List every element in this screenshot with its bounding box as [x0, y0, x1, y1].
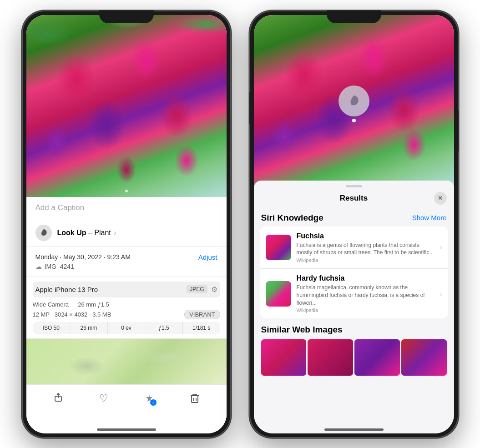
photo-date: Monday · May 30, 2022 · 9:23 AM	[35, 253, 131, 261]
similar-images-title: Similar Web Images	[261, 325, 447, 335]
flower-overlay-left	[26, 15, 227, 197]
trash-icon	[189, 393, 200, 404]
delete-button[interactable]	[187, 390, 203, 407]
card-name-hardy: Hardy fuchsia	[297, 274, 435, 282]
heart-icon: ♡	[99, 393, 108, 404]
leaf-siri-icon	[347, 94, 361, 108]
close-button[interactable]: ✕	[434, 192, 447, 205]
left-phone-screen: Add a Caption Look Up – Plant ›	[26, 15, 227, 433]
info-button[interactable]: i	[141, 390, 157, 407]
lookup-label: Look Up – Plant ›	[57, 229, 116, 237]
camera-exif: ISO 50 26 mm 0 ev ƒ1.5 1/181 s	[33, 322, 220, 334]
meta-filename-row: ☁ IMG_4241	[35, 263, 217, 270]
camera-spec-row2: 12 MP · 3024 × 4032 · 3.5 MB VIBRANT	[33, 310, 220, 319]
left-screen-content: Add a Caption Look Up – Plant ›	[26, 15, 227, 433]
similar-img-3[interactable]	[354, 339, 400, 376]
siri-visual-lookup-orb[interactable]	[339, 86, 369, 116]
card-chevron-fuchsia: ›	[440, 243, 442, 252]
flower-photo-left[interactable]	[26, 15, 227, 197]
lookup-icon	[35, 225, 52, 241]
share-svg	[53, 392, 64, 403]
siri-dot	[352, 119, 356, 122]
similar-images-row	[261, 339, 447, 376]
results-header: Results ✕	[254, 190, 454, 209]
cloud-icon: ☁	[35, 263, 42, 270]
flower-photo-right[interactable]	[254, 15, 454, 188]
leaf-icon	[39, 228, 48, 237]
right-screen-content: Results ✕ Siri Knowledge Show More	[254, 15, 454, 433]
share-button[interactable]	[50, 390, 66, 407]
exif-mm: 26 mm	[70, 322, 108, 334]
camera-name: Apple iPhone 13 Pro	[35, 286, 98, 293]
card-info-fuchsia: Fuchsia Fuchsia is a genus of flowering …	[297, 232, 435, 263]
meta-date-row: Monday · May 30, 2022 · 9:23 AM Adjust	[35, 253, 217, 261]
exif-iso: ISO 50	[33, 322, 71, 334]
home-bar-right	[324, 428, 384, 431]
card-thumb-fuchsia	[266, 235, 291, 260]
exif-ev: 0 ev	[108, 322, 146, 334]
card-desc-hardy: Fuchsia magellanica, commonly known as t…	[297, 284, 435, 307]
photo-info-panel: Add a Caption Look Up – Plant ›	[26, 197, 227, 433]
share-icon	[53, 392, 64, 405]
card-info-hardy: Hardy fuchsia Fuchsia magellanica, commo…	[297, 274, 435, 313]
results-panel: Results ✕ Siri Knowledge Show More	[254, 181, 454, 433]
right-phone: Results ✕ Siri Knowledge Show More	[249, 10, 459, 438]
svg-rect-2	[192, 396, 198, 403]
exif-shutter: 1/181 s	[183, 322, 220, 334]
bottom-toolbar: ♡ i	[26, 384, 227, 410]
similar-img-1[interactable]	[261, 339, 307, 376]
card-chevron-hardy: ›	[440, 290, 442, 298]
settings-icon: ⚙	[211, 285, 217, 294]
camera-section: Apple iPhone 13 Pro JPEG ⚙ Wide Camera —…	[26, 277, 227, 339]
vibrant-badge: VIBRANT	[184, 310, 220, 319]
meta-section: Monday · May 30, 2022 · 9:23 AM Adjust ☁…	[26, 247, 227, 277]
map-overlay	[26, 339, 227, 384]
info-badge: i	[150, 399, 157, 406]
drag-handle[interactable]	[346, 185, 362, 187]
filename: IMG_4241	[45, 263, 74, 270]
results-content: Siri Knowledge Show More Fuchsia Fuchsia…	[254, 209, 454, 433]
card-thumb-hardy	[266, 281, 291, 307]
right-phone-screen: Results ✕ Siri Knowledge Show More	[254, 15, 454, 433]
jpeg-badge: JPEG	[187, 285, 207, 293]
caption-area[interactable]: Add a Caption	[26, 197, 227, 219]
lookup-row[interactable]: Look Up – Plant ›	[26, 219, 227, 247]
camera-badges: JPEG ⚙	[187, 285, 217, 294]
knowledge-cards: Fuchsia Fuchsia is a genus of flowering …	[260, 227, 448, 319]
knowledge-card-hardy[interactable]: Hardy fuchsia Fuchsia magellanica, commo…	[260, 269, 448, 318]
caption-placeholder[interactable]: Add a Caption	[35, 203, 85, 212]
similar-section: Similar Web Images	[254, 318, 454, 379]
card-name-fuchsia: Fuchsia	[297, 232, 435, 240]
page-indicator	[125, 190, 128, 192]
adjust-button[interactable]: Adjust	[198, 253, 217, 261]
siri-knowledge-title: Siri Knowledge	[261, 213, 323, 223]
left-phone: Add a Caption Look Up – Plant ›	[22, 10, 231, 438]
map-thumbnail[interactable]	[26, 339, 227, 384]
card-source-fuchsia: Wikipedia	[297, 257, 435, 263]
show-more-button[interactable]: Show More	[412, 214, 447, 221]
phone-notch	[99, 10, 154, 23]
knowledge-card-fuchsia[interactable]: Fuchsia Fuchsia is a genus of flowering …	[260, 227, 448, 269]
card-source-hardy: Wikipedia	[297, 307, 435, 313]
exif-aperture: ƒ1.5	[145, 322, 183, 334]
home-bar-left	[97, 428, 156, 431]
similar-img-2[interactable]	[308, 339, 353, 376]
favorite-button[interactable]: ♡	[96, 390, 112, 407]
camera-mp: 12 MP · 3024 × 4032 · 3.5 MB	[33, 311, 111, 318]
siri-knowledge-header: Siri Knowledge Show More	[254, 211, 454, 227]
camera-header: Apple iPhone 13 Pro JPEG ⚙	[33, 282, 220, 297]
camera-wide-spec: Wide Camera — 26 mm ƒ1.5	[33, 301, 220, 308]
similar-img-4[interactable]	[401, 339, 447, 376]
results-title: Results	[274, 194, 434, 203]
phone-notch-right	[327, 10, 381, 23]
close-icon: ✕	[438, 195, 443, 201]
card-desc-fuchsia: Fuchsia is a genus of flowering plants t…	[297, 242, 435, 257]
